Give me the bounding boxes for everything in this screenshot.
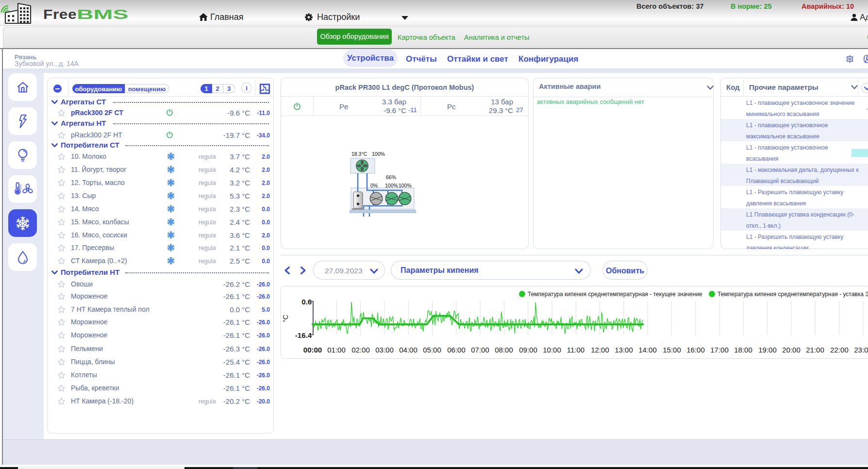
svg-text:66%: 66% — [386, 174, 396, 180]
svg-text:18.3°C: 18.3°C — [351, 151, 367, 157]
svg-text:100%: 100% — [385, 183, 398, 188]
svg-text:0%: 0% — [370, 183, 378, 188]
svg-text:100%: 100% — [399, 183, 412, 188]
svg-text:100%: 100% — [372, 151, 385, 157]
